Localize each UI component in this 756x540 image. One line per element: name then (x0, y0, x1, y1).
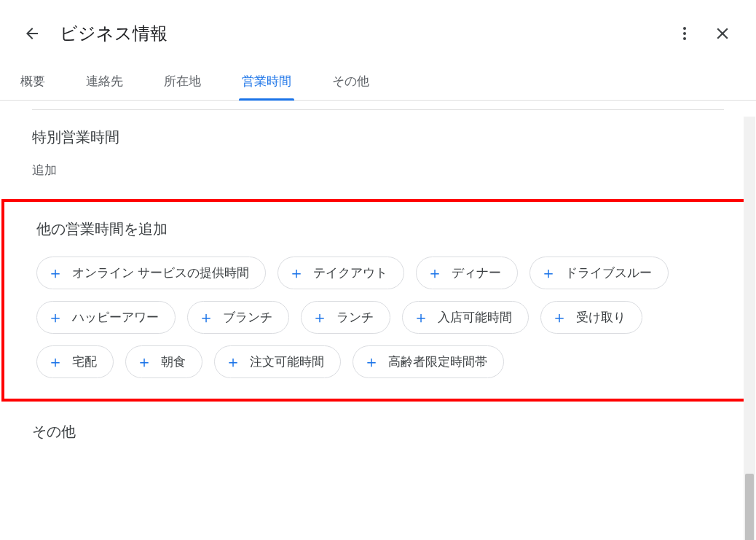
plus-icon: ＋ (413, 310, 429, 326)
chip-label: ディナー (452, 265, 501, 281)
hours-chip-group: ＋オンライン サービスの提供時間 ＋テイクアウト ＋ディナー ＋ドライブスルー … (36, 257, 720, 378)
plus-icon: ＋ (288, 265, 304, 281)
plus-icon: ＋ (136, 354, 152, 370)
chip-access-hours[interactable]: ＋入店可能時間 (402, 301, 529, 334)
svg-point-2 (683, 37, 686, 40)
chip-pickup[interactable]: ＋受け取り (540, 301, 642, 334)
chip-brunch[interactable]: ＋ブランチ (187, 301, 289, 334)
more-hours-title: 他の営業時間を追加 (36, 219, 720, 239)
tabs: 概要 連絡先 所在地 営業時間 その他 (0, 64, 756, 101)
arrow-left-icon (23, 25, 41, 42)
special-hours-section: 特別営業時間 追加 (0, 110, 756, 199)
chip-breakfast[interactable]: ＋朝食 (125, 345, 202, 378)
chip-label: ランチ (336, 309, 374, 326)
plus-icon: ＋ (427, 265, 443, 281)
plus-icon: ＋ (198, 310, 214, 326)
plus-icon: ＋ (363, 354, 379, 370)
chip-label: オンライン サービスの提供時間 (72, 265, 249, 281)
chip-senior-hours[interactable]: ＋高齢者限定時間帯 (353, 345, 504, 378)
header-actions (669, 17, 739, 50)
plus-icon: ＋ (47, 354, 63, 370)
svg-point-0 (683, 27, 686, 30)
chip-label: 朝食 (161, 353, 186, 370)
content-area: 特別営業時間 追加 他の営業時間を追加 ＋オンライン サービスの提供時間 ＋テイ… (0, 101, 756, 540)
plus-icon: ＋ (540, 265, 556, 281)
more-vert-icon (676, 25, 693, 42)
plus-icon: ＋ (551, 310, 567, 326)
plus-icon: ＋ (312, 310, 328, 326)
tab-other[interactable]: その他 (329, 64, 372, 100)
close-button[interactable] (706, 17, 739, 50)
chip-label: 注文可能時間 (250, 353, 324, 370)
close-icon (713, 24, 732, 43)
plus-icon: ＋ (47, 265, 63, 281)
chip-label: 入店可能時間 (438, 309, 512, 326)
chip-online-service-hours[interactable]: ＋オンライン サービスの提供時間 (36, 257, 266, 289)
chip-label: テイクアウト (313, 265, 387, 281)
chip-order-hours[interactable]: ＋注文可能時間 (214, 345, 341, 378)
svg-point-1 (683, 32, 686, 35)
chip-label: 受け取り (576, 309, 626, 326)
next-section-peek: その他 (0, 402, 756, 442)
plus-icon: ＋ (225, 354, 241, 370)
dialog-header: ビジネス情報 (0, 0, 756, 64)
chip-delivery[interactable]: ＋宅配 (36, 345, 114, 378)
more-hours-highlight: 他の営業時間を追加 ＋オンライン サービスの提供時間 ＋テイクアウト ＋ディナー… (1, 199, 755, 402)
special-hours-title: 特別営業時間 (32, 128, 724, 147)
chip-label: 高齢者限定時間帯 (388, 353, 487, 370)
plus-icon: ＋ (47, 310, 63, 326)
chip-label: ブランチ (223, 309, 272, 326)
more-hours-section: 他の営業時間を追加 ＋オンライン サービスの提供時間 ＋テイクアウト ＋ディナー… (4, 202, 752, 399)
back-button[interactable] (17, 19, 47, 48)
chip-drive-through[interactable]: ＋ドライブスルー (529, 257, 669, 289)
dialog-title: ビジネス情報 (60, 22, 669, 45)
tab-contact[interactable]: 連絡先 (83, 64, 126, 100)
chip-lunch[interactable]: ＋ランチ (301, 301, 390, 334)
chip-label: 宅配 (72, 353, 97, 370)
chip-takeout[interactable]: ＋テイクアウト (277, 257, 404, 289)
scrollbar-track[interactable] (744, 117, 755, 540)
tab-hours[interactable]: 営業時間 (239, 64, 294, 100)
chip-label: ドライブスルー (565, 265, 652, 281)
business-info-dialog: ビジネス情報 概要 連絡先 所在地 営業時間 その他 特別営業時間 追加 他の営… (0, 0, 756, 540)
more-options-button[interactable] (669, 17, 701, 50)
chip-label: ハッピーアワー (72, 309, 159, 326)
scrollbar-thumb[interactable] (745, 474, 754, 540)
tab-location[interactable]: 所在地 (161, 64, 204, 100)
add-special-hours-link[interactable]: 追加 (32, 162, 724, 179)
tab-overview[interactable]: 概要 (17, 64, 48, 100)
chip-happy-hour[interactable]: ＋ハッピーアワー (36, 301, 176, 334)
chip-dinner[interactable]: ＋ディナー (416, 257, 518, 289)
